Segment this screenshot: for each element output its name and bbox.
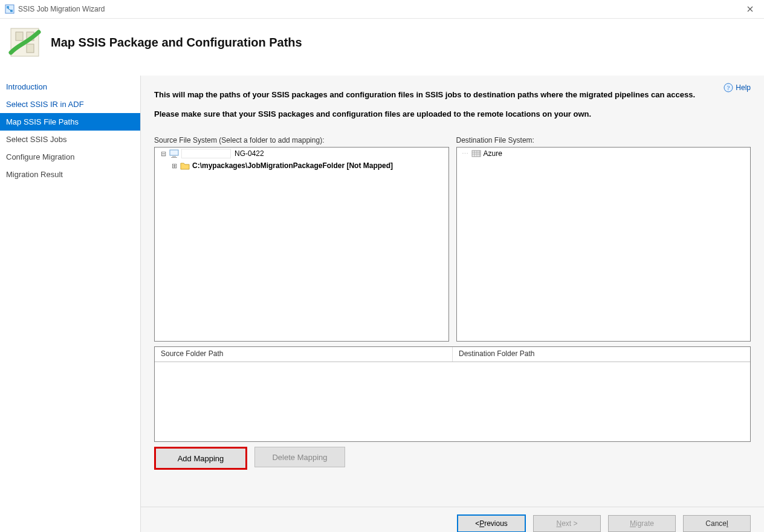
mapping-col-destination: Destination Folder Path [453, 347, 750, 362]
tree-leaf-icon: ⋯ [461, 149, 470, 158]
mapping-table-header: Source Folder Path Destination Folder Pa… [155, 347, 750, 362]
add-mapping-button[interactable]: Add Mapping [154, 447, 247, 470]
page-title: Map SSIS Package and Configuration Paths [51, 36, 302, 50]
folder-icon [180, 161, 190, 170]
sidebar-item-label: Migration Result [6, 170, 63, 179]
mapping-col-source: Source Folder Path [155, 347, 453, 362]
sidebar-item-label: Select SSIS Jobs [6, 135, 66, 144]
sidebar-item-label: Select SSIS IR in ADF [6, 100, 84, 109]
svg-rect-11 [171, 157, 177, 158]
svg-rect-6 [27, 44, 34, 53]
description-text: This will map the paths of your SSIS pac… [154, 89, 751, 128]
tree-collapse-icon[interactable]: ⊟ [158, 149, 168, 158]
source-tree-child[interactable]: ⊞ C:\mypackages\JobMigrationPackageFolde… [155, 160, 448, 172]
svg-rect-4 [16, 32, 23, 41]
sidebar-item-migration-result[interactable]: Migration Result [0, 166, 140, 183]
source-child-label: C:\mypackages\JobMigrationPackageFolder … [191, 160, 394, 172]
redacted-hostname [181, 149, 231, 158]
source-root-label: NG-0422 [233, 148, 265, 160]
mapping-buttons: Add Mapping Delete Mapping [154, 447, 751, 470]
title-bar: SSIS Job Migration Wizard [0, 0, 764, 19]
source-panel-label: Source File System (Select a folder to a… [154, 136, 449, 144]
wizard-icon [8, 26, 41, 59]
azure-icon [471, 149, 481, 158]
svg-text:?: ? [727, 84, 730, 91]
source-tree-root[interactable]: ⊟ NG-0422 [155, 148, 448, 160]
help-icon: ? [724, 83, 733, 92]
sidebar-item-label: Map SSIS File Paths [6, 117, 79, 126]
delete-mapping-button: Delete Mapping [254, 447, 345, 467]
wizard-header: Map SSIS Package and Configuration Paths [0, 19, 764, 76]
sidebar-item-select-ssis-jobs[interactable]: Select SSIS Jobs [0, 131, 140, 148]
sidebar-item-label: Introduction [6, 82, 47, 91]
migrate-button: Migrate [608, 515, 676, 532]
svg-rect-10 [172, 156, 176, 157]
wizard-footer: < Previous Next > Migrate Cancel [141, 507, 764, 532]
sidebar-item-map-file-paths[interactable]: Map SSIS File Paths [0, 113, 140, 131]
destination-root-label: Azure [482, 148, 503, 160]
app-icon [5, 4, 15, 14]
source-tree[interactable]: ⊟ NG-0422 ⊞ C:\mypackag [154, 147, 449, 342]
previous-button[interactable]: < Previous [457, 514, 526, 532]
tree-expand-icon[interactable]: ⊞ [169, 161, 179, 170]
destination-tree[interactable]: ⋯ Azure [456, 147, 751, 342]
svg-rect-1 [7, 6, 9, 8]
computer-icon [169, 149, 179, 158]
wizard-sidebar: Introduction Select SSIS IR in ADF Map S… [0, 76, 141, 532]
destination-file-system-panel: Destination File System: ⋯ Azure [456, 136, 751, 342]
cancel-button[interactable]: Cancel [683, 515, 751, 532]
mapping-table[interactable]: Source Folder Path Destination Folder Pa… [154, 346, 751, 442]
close-button[interactable] [741, 2, 759, 16]
destination-panel-label: Destination File System: [456, 136, 751, 144]
destination-tree-root[interactable]: ⋯ Azure [457, 148, 751, 160]
wizard-body: Introduction Select SSIS IR in ADF Map S… [0, 76, 764, 532]
next-button: Next > [533, 515, 601, 532]
sidebar-item-select-ssis-ir[interactable]: Select SSIS IR in ADF [0, 96, 140, 113]
sidebar-item-configure-migration[interactable]: Configure Migration [0, 148, 140, 166]
window-title: SSIS Job Migration Wizard [18, 5, 741, 13]
sidebar-item-label: Configure Migration [6, 152, 74, 161]
svg-rect-9 [170, 150, 178, 155]
help-link[interactable]: ? Help [724, 83, 751, 92]
wizard-content: ? Help This will map the paths of your S… [141, 76, 764, 532]
help-label: Help [736, 83, 751, 92]
sidebar-item-introduction[interactable]: Introduction [0, 78, 140, 96]
source-file-system-panel: Source File System (Select a folder to a… [154, 136, 449, 342]
